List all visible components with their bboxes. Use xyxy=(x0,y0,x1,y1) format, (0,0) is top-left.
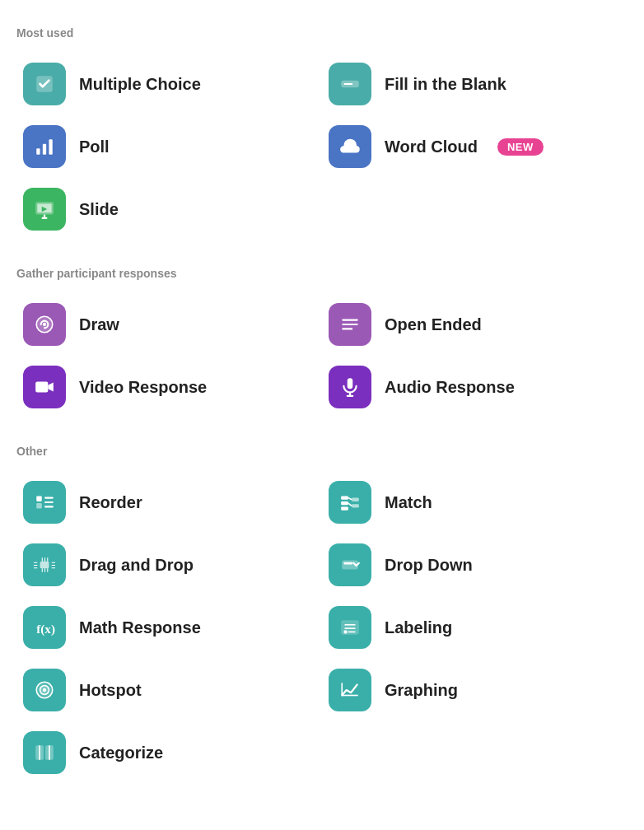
svg-rect-26 xyxy=(341,496,348,499)
section-gather: Gather participant responses Draw Open E… xyxy=(16,267,628,418)
item-drop-down[interactable]: Drop Down xyxy=(322,534,628,596)
item-categorize[interactable]: Categorize xyxy=(16,721,322,784)
icon-math-response: f(x) xyxy=(23,606,66,649)
svg-rect-16 xyxy=(35,382,48,393)
svg-line-32 xyxy=(348,503,352,506)
item-labeling[interactable]: Labeling xyxy=(322,596,628,659)
label-graphing: Graphing xyxy=(385,681,458,700)
item-draw[interactable]: Draw xyxy=(16,293,322,356)
section-label-most-used: Most used xyxy=(16,26,628,40)
item-poll[interactable]: Poll xyxy=(16,115,322,178)
item-match[interactable]: Match xyxy=(322,471,628,534)
gather-grid: Draw Open Ended Video Response Audio Res… xyxy=(16,293,628,418)
svg-marker-17 xyxy=(48,383,54,392)
svg-rect-5 xyxy=(49,139,52,154)
icon-video-response xyxy=(23,366,66,408)
icon-draw xyxy=(23,303,66,346)
svg-rect-18 xyxy=(348,378,353,389)
label-word-cloud: Word Cloud xyxy=(385,138,478,156)
item-hotspot[interactable]: Hotspot xyxy=(16,659,322,721)
svg-text:f(x): f(x) xyxy=(36,622,55,636)
icon-drop-down xyxy=(329,543,371,586)
svg-rect-30 xyxy=(352,504,359,507)
svg-point-44 xyxy=(43,688,46,692)
item-open-ended[interactable]: Open Ended xyxy=(322,293,628,356)
item-graphing[interactable]: Graphing xyxy=(322,659,628,721)
svg-line-31 xyxy=(348,498,352,500)
label-labeling: Labeling xyxy=(385,618,452,637)
label-hotspot: Hotspot xyxy=(79,681,142,700)
icon-hotspot xyxy=(23,669,66,711)
svg-rect-28 xyxy=(341,506,348,510)
item-drag-and-drop[interactable]: Drag and Drop xyxy=(16,534,322,596)
svg-rect-4 xyxy=(43,144,46,155)
svg-rect-21 xyxy=(36,496,42,501)
label-poll: Poll xyxy=(79,138,110,156)
svg-rect-29 xyxy=(352,498,359,501)
svg-rect-35 xyxy=(343,562,352,565)
item-fill-in-the-blank[interactable]: Fill in the Blank xyxy=(322,53,628,115)
label-open-ended: Open Ended xyxy=(385,315,482,334)
svg-rect-2 xyxy=(343,83,352,85)
label-categorize: Categorize xyxy=(79,744,163,762)
section-label-other: Other xyxy=(16,445,628,458)
label-multiple-choice: Multiple Choice xyxy=(79,75,201,94)
icon-poll xyxy=(23,125,66,168)
icon-reorder xyxy=(23,481,66,524)
new-badge-word-cloud: NEW xyxy=(497,138,544,156)
icon-fill-in-the-blank xyxy=(329,63,371,105)
label-reorder: Reorder xyxy=(79,493,142,512)
svg-rect-33 xyxy=(40,562,49,569)
item-slide[interactable]: Slide xyxy=(16,178,322,240)
svg-point-12 xyxy=(43,323,46,326)
section-most-used: Most used Multiple Choice Fill in the Bl… xyxy=(16,26,628,240)
label-draw: Draw xyxy=(79,315,119,334)
label-fill-in-the-blank: Fill in the Blank xyxy=(385,75,506,94)
label-audio-response: Audio Response xyxy=(385,378,515,397)
icon-drag-and-drop xyxy=(23,543,66,586)
item-word-cloud[interactable]: Word Cloud NEW xyxy=(322,115,628,178)
label-math-response: Math Response xyxy=(79,618,201,637)
label-drag-and-drop: Drag and Drop xyxy=(79,556,194,575)
svg-rect-3 xyxy=(36,148,40,155)
item-multiple-choice[interactable]: Multiple Choice xyxy=(16,53,322,115)
item-reorder[interactable]: Reorder xyxy=(16,471,322,534)
other-grid: Reorder Match Drag and Drop Drop Down xyxy=(16,471,628,784)
icon-categorize xyxy=(23,731,66,774)
icon-word-cloud xyxy=(329,125,371,168)
icon-match xyxy=(329,481,371,524)
icon-slide xyxy=(23,188,66,231)
label-drop-down: Drop Down xyxy=(385,556,473,575)
label-video-response: Video Response xyxy=(79,378,207,397)
svg-rect-22 xyxy=(36,503,42,509)
icon-audio-response xyxy=(329,366,371,408)
label-slide: Slide xyxy=(79,200,119,219)
icon-multiple-choice xyxy=(23,63,66,105)
section-other: Other Reorder Match Drag and Drop xyxy=(16,445,628,784)
most-used-grid: Multiple Choice Fill in the Blank Poll W… xyxy=(16,53,628,240)
svg-rect-27 xyxy=(341,501,348,505)
label-match: Match xyxy=(385,493,432,512)
item-audio-response[interactable]: Audio Response xyxy=(322,356,628,418)
icon-labeling xyxy=(329,606,371,649)
icon-graphing xyxy=(329,669,371,711)
svg-point-40 xyxy=(343,630,347,633)
section-label-gather: Gather participant responses xyxy=(16,267,628,280)
item-video-response[interactable]: Video Response xyxy=(16,356,322,418)
icon-open-ended xyxy=(329,303,371,346)
item-math-response[interactable]: f(x) Math Response xyxy=(16,596,322,659)
